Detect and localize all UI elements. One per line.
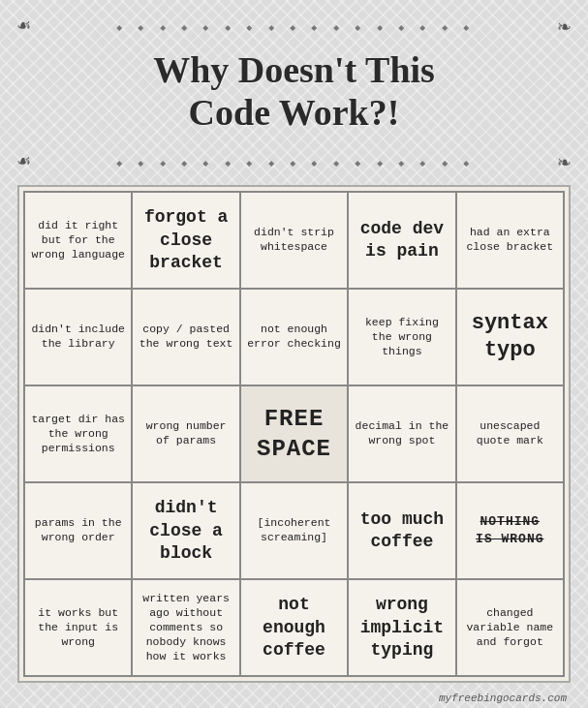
ornament-mid-center: ⬥ ⬥ ⬥ ⬥ ⬥ ⬥ ⬥ ⬥ ⬥ ⬥ ⬥ ⬥ ⬥ ⬥ ⬥ ⬥ ⬥ — [115, 155, 473, 170]
cell-text-5: didn't include the library — [31, 323, 125, 352]
bingo-cell-21[interactable]: written years ago without comments so no… — [132, 579, 239, 676]
bingo-cell-2[interactable]: didn't strip whitespace — [240, 192, 348, 289]
cell-text-1: forgot a close bracket — [139, 206, 232, 274]
bingo-cell-15[interactable]: params in the wrong order — [24, 482, 132, 579]
bingo-cell-6[interactable]: copy / pasted the wrong text — [132, 289, 239, 385]
bingo-cell-24[interactable]: changed variable name and forgot — [456, 579, 564, 676]
bingo-cell-12[interactable]: FREESPACE — [240, 385, 348, 482]
ornament-top-center: ⬥ ⬥ ⬥ ⬥ ⬥ ⬥ ⬥ ⬥ ⬥ ⬥ ⬥ ⬥ ⬥ ⬥ ⬥ ⬥ ⬥ — [115, 19, 473, 35]
cell-text-8: keep fixing the wrong things — [355, 316, 449, 359]
bingo-card: ☙ ⬥ ⬥ ⬥ ⬥ ⬥ ⬥ ⬥ ⬥ ⬥ ⬥ ⬥ ⬥ ⬥ ⬥ ⬥ ⬥ ⬥ ❧ Wh… — [0, 0, 588, 708]
bingo-grid-wrapper: did it right but for the wrong languagef… — [17, 185, 571, 683]
cell-text-13: decimal in the wrong spot — [355, 419, 449, 448]
cell-text-24: changed variable name and forgot — [463, 606, 557, 650]
cell-text-16: didn't close a block — [139, 497, 232, 565]
card-title: Why Doesn't This Code Work?! — [29, 49, 559, 134]
bingo-cell-3[interactable]: code dev is pain — [348, 192, 455, 289]
cell-text-20: it works but the input is wrong — [31, 606, 125, 650]
bingo-cell-7[interactable]: not enough error checking — [240, 289, 348, 385]
bingo-cell-18[interactable]: too much coffee — [348, 482, 455, 579]
cell-text-4: had an extra close bracket — [463, 226, 557, 255]
footer: myfreebingocards.com — [10, 689, 578, 706]
cell-text-23: wrong implicit typing — [355, 594, 449, 662]
ornament-mid-row: ☙ ⬥ ⬥ ⬥ ⬥ ⬥ ⬥ ⬥ ⬥ ⬥ ⬥ ⬥ ⬥ ⬥ ⬥ ⬥ ⬥ ⬥ ❧ — [10, 145, 578, 179]
bingo-cell-20[interactable]: it works but the input is wrong — [24, 579, 132, 676]
cell-text-17: [incoherent screaming] — [247, 516, 341, 545]
bingo-cell-1[interactable]: forgot a close bracket — [132, 192, 239, 289]
cell-text-18: too much coffee — [355, 508, 449, 554]
title-area: Why Doesn't This Code Work?! — [10, 44, 578, 145]
ornament-top-right: ❧ — [558, 14, 571, 40]
bingo-cell-4[interactable]: had an extra close bracket — [456, 192, 564, 289]
cell-text-9: syntax typo — [463, 310, 557, 365]
bingo-cell-11[interactable]: wrong number of params — [132, 385, 239, 482]
bingo-cell-0[interactable]: did it right but for the wrong language — [24, 192, 132, 289]
ornament-top-left: ☙ — [17, 14, 30, 40]
cell-text-11: wrong number of params — [139, 419, 232, 448]
cell-text-12: FREESPACE — [257, 404, 331, 464]
bingo-cell-9[interactable]: syntax typo — [456, 289, 564, 385]
cell-text-14: unescaped quote mark — [463, 419, 557, 448]
cell-text-2: didn't strip whitespace — [247, 226, 341, 255]
cell-text-22: not enough coffee — [247, 594, 341, 662]
ornament-mid-left: ☙ — [17, 149, 30, 175]
cell-text-15: params in the wrong order — [31, 516, 125, 545]
cell-text-10: target dir has the wrong permissions — [31, 413, 125, 456]
bingo-cell-10[interactable]: target dir has the wrong permissions — [24, 385, 132, 482]
ornament-mid-right: ❧ — [558, 149, 571, 175]
bingo-grid: did it right but for the wrong languagef… — [23, 191, 565, 677]
bingo-cell-8[interactable]: keep fixing the wrong things — [348, 289, 455, 385]
cell-text-0: did it right but for the wrong language — [31, 219, 125, 262]
bingo-cell-16[interactable]: didn't close a block — [132, 482, 239, 579]
cell-text-3: code dev is pain — [355, 218, 449, 263]
bingo-cell-17[interactable]: [incoherent screaming] — [240, 482, 348, 579]
bingo-cell-13[interactable]: decimal in the wrong spot — [348, 385, 455, 482]
bingo-cell-14[interactable]: unescaped quote mark — [456, 385, 564, 482]
cell-text-6: copy / pasted the wrong text — [139, 323, 232, 352]
bingo-cell-19[interactable]: NOTHINGIS WRONG — [456, 482, 564, 579]
bingo-cell-5[interactable]: didn't include the library — [24, 289, 132, 385]
cell-text-21: written years ago without comments so no… — [139, 592, 232, 664]
bingo-cell-23[interactable]: wrong implicit typing — [348, 579, 455, 676]
cell-text-7: not enough error checking — [247, 323, 341, 352]
bingo-cell-22[interactable]: not enough coffee — [240, 579, 348, 676]
cell-text-19: NOTHINGIS WRONG — [476, 513, 543, 548]
ornament-top-row: ☙ ⬥ ⬥ ⬥ ⬥ ⬥ ⬥ ⬥ ⬥ ⬥ ⬥ ⬥ ⬥ ⬥ ⬥ ⬥ ⬥ ⬥ ❧ — [10, 10, 578, 44]
